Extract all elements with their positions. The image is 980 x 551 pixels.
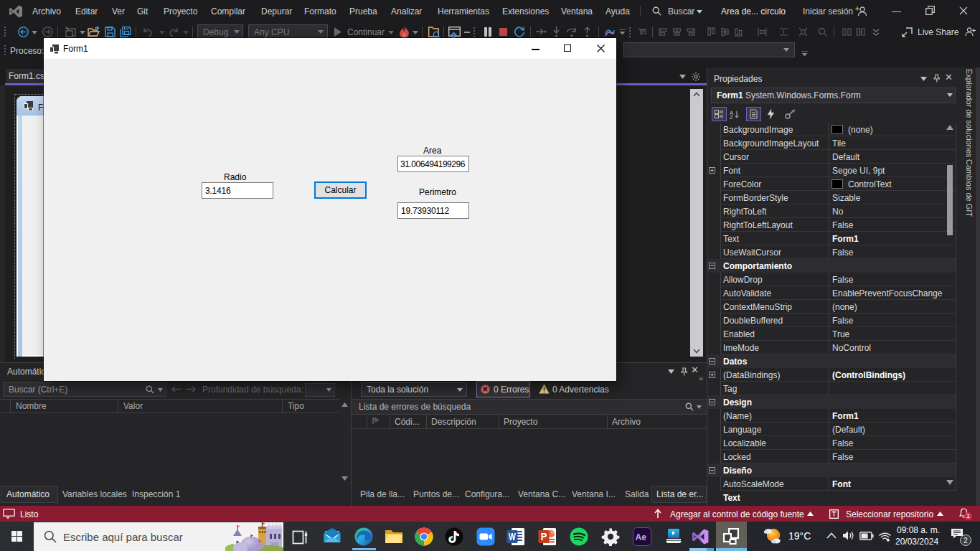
svg-text:Z: Z xyxy=(730,114,733,119)
svg-text:Ae: Ae xyxy=(636,532,647,542)
